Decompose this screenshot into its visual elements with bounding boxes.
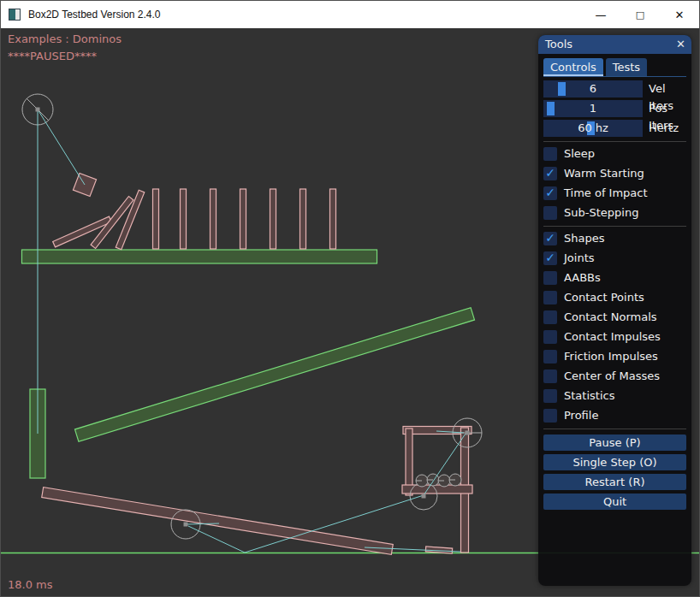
checkbox-unchecked[interactable]: [543, 389, 557, 403]
checkbox-unchecked[interactable]: [543, 369, 557, 383]
checkbox-label: Sleep: [564, 147, 595, 161]
domino: [270, 189, 276, 249]
separator: [543, 429, 686, 429]
checkbox-row-warm-starting[interactable]: ✓Warm Starting: [543, 167, 686, 180]
button-section: Pause (P)Single Step (O)Restart (R)Quit: [543, 434, 686, 510]
joint-anchor: [466, 431, 470, 435]
checkbox-section: Sleep✓Warm Starting✓Time of ImpactSub-St…: [543, 147, 686, 429]
checkbox-row-time-of-impact[interactable]: ✓Time of Impact: [543, 186, 686, 200]
slider-label: Hertz: [649, 120, 679, 137]
checkbox-checked-icon[interactable]: ✓: [543, 232, 557, 245]
restart-r--button[interactable]: Restart (R): [543, 474, 686, 490]
slider-value: 1: [543, 100, 643, 117]
domino: [330, 189, 336, 249]
checkbox-label: Warm Starting: [564, 167, 644, 180]
joint-line: [188, 526, 245, 553]
joint-anchor: [36, 108, 40, 112]
checkbox-checked-icon[interactable]: ✓: [543, 167, 557, 180]
checkbox-label: Center of Masses: [564, 369, 660, 383]
close-button[interactable]: ✕: [660, 1, 699, 28]
checkbox-unchecked[interactable]: [543, 147, 557, 161]
panel-body: 6Vel Iters1Pos Iters60 hzHertz Sleep✓War…: [538, 77, 691, 510]
checkbox-row-sleep[interactable]: Sleep: [543, 147, 686, 161]
frame-time: 18.0 ms: [8, 578, 53, 591]
checkbox-label: Statistics: [564, 389, 614, 403]
checkbox-checked-icon[interactable]: ✓: [543, 251, 557, 265]
checkbox-label: Joints: [564, 251, 595, 265]
minimize-button[interactable]: —: [581, 1, 620, 28]
tools-panel-title: Tools: [545, 38, 572, 50]
slider-section: 6Vel Iters1Pos Iters60 hzHertz: [543, 80, 686, 137]
separator: [543, 141, 686, 142]
panel-close-icon[interactable]: ✕: [676, 35, 685, 54]
tab-controls[interactable]: Controls: [543, 58, 603, 76]
checkbox-row-joints[interactable]: ✓Joints: [543, 251, 686, 265]
checkbox-unchecked[interactable]: [543, 310, 557, 324]
checkbox-row-friction-impulses[interactable]: Friction Impulses: [543, 350, 686, 364]
slider-row: 60 hzHertz: [543, 120, 686, 137]
checkbox-unchecked[interactable]: [543, 291, 557, 304]
tab-tests[interactable]: Tests: [606, 58, 647, 76]
checkbox-label: AABBs: [564, 271, 601, 285]
single-step-o--button[interactable]: Single Step (O): [543, 454, 686, 470]
separator: [543, 226, 686, 227]
checkbox-row-contact-impulses[interactable]: Contact Impulses: [543, 330, 686, 344]
tools-panel-titlebar[interactable]: Tools ✕: [538, 35, 691, 54]
joint-anchor: [422, 494, 426, 499]
maximize-button[interactable]: □: [620, 1, 660, 28]
checkbox-checked-icon[interactable]: ✓: [543, 186, 557, 200]
joint-anchor: [184, 523, 188, 527]
domino: [300, 189, 306, 249]
checkbox-label: Friction Impulses: [564, 350, 658, 364]
checkbox-row-sub-stepping[interactable]: Sub-Stepping: [543, 206, 686, 220]
checkbox-label: Time of Impact: [564, 186, 648, 200]
seesaw-plank: [42, 488, 393, 555]
checkbox-row-shapes[interactable]: ✓Shapes: [543, 232, 686, 245]
pause-p--button[interactable]: Pause (P): [543, 434, 686, 451]
paused-banner: ****PAUSED****: [8, 50, 97, 62]
checkbox-row-profile[interactable]: Profile: [543, 409, 686, 423]
domino: [153, 189, 159, 249]
window-titlebar[interactable]: Box2D Testbed Version 2.4.0 — □ ✕: [1, 1, 699, 28]
domino: [181, 189, 187, 249]
checkbox-unchecked[interactable]: [543, 206, 557, 220]
example-title: Examples : Dominos: [8, 33, 122, 45]
checkbox-unchecked[interactable]: [543, 271, 557, 285]
frame-shelf: [402, 485, 472, 494]
checkbox-unchecked[interactable]: [543, 330, 557, 344]
checkbox-unchecked[interactable]: [543, 409, 557, 423]
checkbox-row-aabbs[interactable]: AABBs: [543, 271, 686, 285]
checkbox-row-contact-points[interactable]: Contact Points: [543, 291, 686, 304]
joint-line: [38, 109, 85, 185]
window-title: Box2D Testbed Version 2.4.0: [28, 9, 161, 21]
tilted-shelf: [74, 308, 474, 442]
checkbox-label: Contact Impulses: [564, 330, 661, 344]
checkbox-label: Shapes: [564, 232, 604, 245]
checkbox-row-center-of-masses[interactable]: Center of Masses: [543, 369, 686, 383]
tab-bar: ControlsTests: [543, 58, 686, 77]
checkbox-label: Profile: [564, 409, 598, 423]
app-icon: [9, 9, 21, 21]
checkbox-label: Contact Points: [564, 291, 644, 304]
physics-canvas[interactable]: Examples : Dominos ****PAUSED**** 18.0 m…: [1, 28, 699, 596]
slider-row: 1Pos Iters: [543, 100, 686, 117]
tools-panel: Tools ✕ ControlsTests 6Vel Iters1Pos Ite…: [538, 35, 691, 586]
app-window: Box2D Testbed Version 2.4.0 — □ ✕ Exampl…: [0, 0, 700, 597]
checkbox-row-statistics[interactable]: Statistics: [543, 389, 686, 403]
checkbox-label: Contact Normals: [564, 310, 657, 324]
checkbox-row-contact-normals[interactable]: Contact Normals: [543, 310, 686, 324]
checkbox-unchecked[interactable]: [543, 350, 557, 364]
slider-row: 6Vel Iters: [543, 80, 686, 98]
domino: [211, 189, 217, 249]
domino: [240, 189, 246, 249]
slider-value: 60 hz: [543, 120, 643, 137]
quit-button[interactable]: Quit: [543, 494, 686, 510]
slider-value: 6: [543, 80, 643, 98]
checkbox-label: Sub-Stepping: [564, 206, 638, 220]
domino-shelf: [22, 250, 377, 263]
